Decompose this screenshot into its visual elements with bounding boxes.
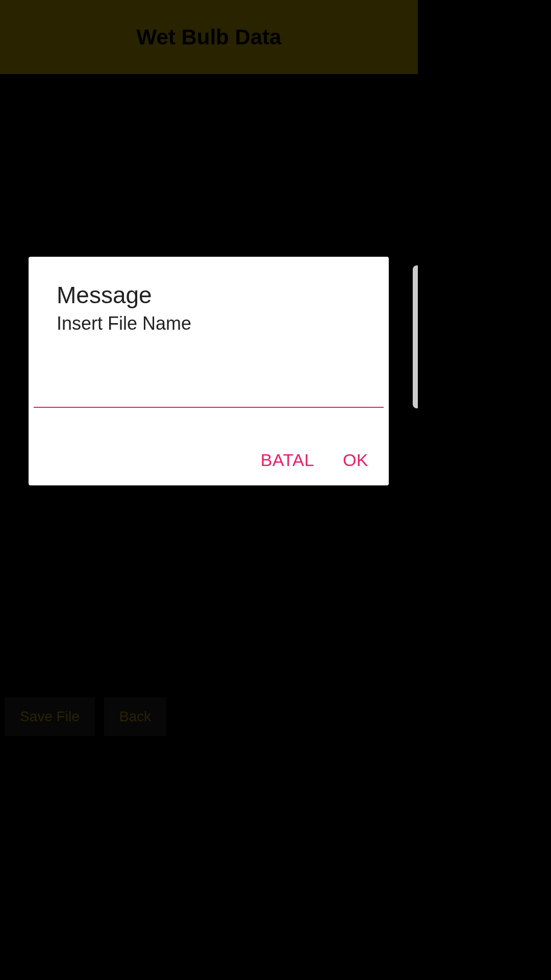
dialog-input-container [34,349,384,408]
dialog-actions: BATAL OK [261,450,368,470]
dialog-title: Message [57,281,389,309]
filename-input[interactable] [34,349,384,408]
scrollbar[interactable] [413,265,418,408]
message-dialog: Message Insert File Name BATAL OK [29,257,389,485]
cancel-button[interactable]: BATAL [261,450,314,470]
dialog-subtitle: Insert File Name [57,313,389,334]
ok-button[interactable]: OK [343,450,368,470]
